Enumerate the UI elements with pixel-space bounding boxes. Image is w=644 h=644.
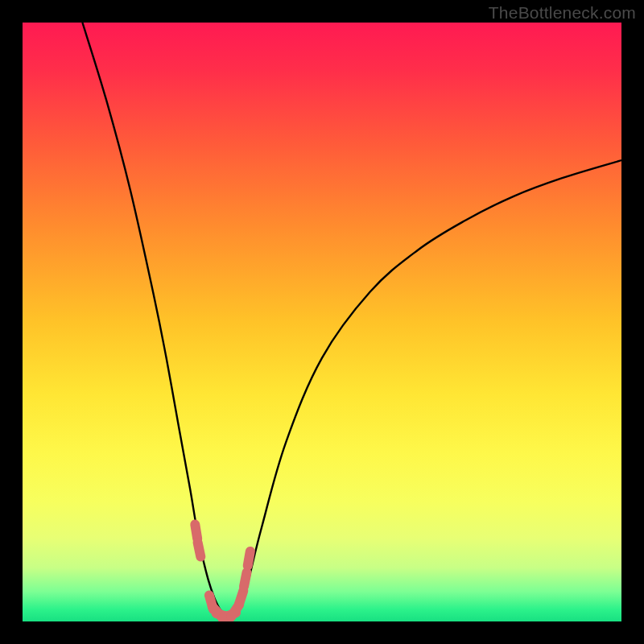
marker-segment: [195, 525, 197, 539]
outer-frame: TheBottleneck.com: [0, 0, 644, 644]
highlight-markers: [195, 525, 250, 618]
bottleneck-curve: [82, 23, 621, 617]
marker-segment: [198, 543, 201, 557]
marker-segment: [244, 572, 247, 587]
curve-layer: [23, 23, 621, 621]
marker-segment: [239, 591, 244, 605]
marker-segment: [248, 551, 250, 566]
plot-area: [23, 23, 621, 621]
watermark-text: TheBottleneck.com: [489, 3, 636, 23]
